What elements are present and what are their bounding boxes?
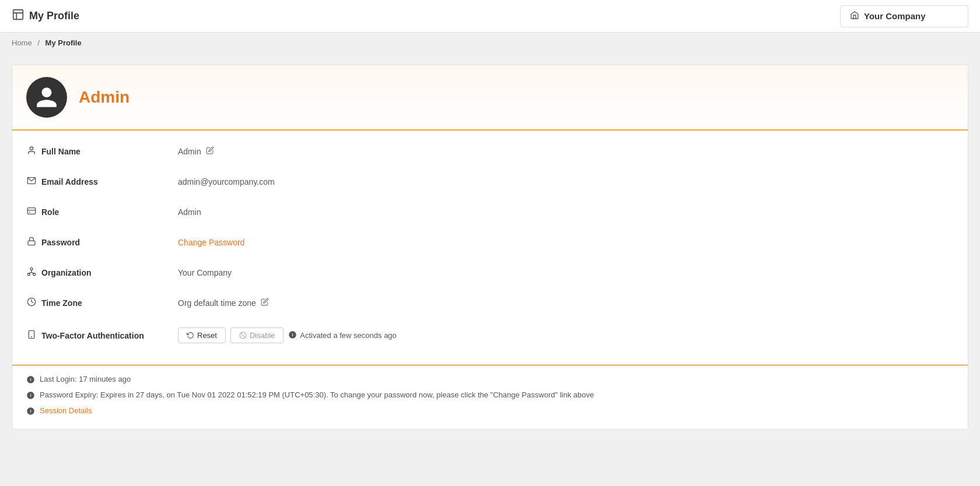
company-widget[interactable]: Your Company [840, 5, 968, 27]
svg-text:i: i [30, 393, 31, 398]
timezone-label: Time Zone [26, 297, 178, 308]
profile-fields: Full Name Admin [12, 131, 968, 365]
change-password-link[interactable]: Change Password [178, 238, 244, 247]
field-row-password: Password Change Password [26, 227, 954, 258]
company-name: Your Company [864, 11, 926, 21]
main-content: Admin Full Name Admin [0, 53, 980, 441]
org-icon [26, 267, 37, 278]
field-row-fullname: Full Name Admin [26, 136, 954, 167]
svg-line-19 [241, 333, 246, 338]
svg-text:i: i [292, 332, 293, 337]
email-label: Email Address [26, 176, 178, 187]
svg-rect-5 [27, 208, 35, 214]
password-label: Password [26, 237, 178, 248]
page-title: My Profile [29, 10, 79, 22]
footer-last-login: i Last Login: 17 minutes ago [26, 375, 954, 386]
svg-rect-8 [28, 241, 35, 245]
breadcrumb: Home / My Profile [0, 33, 980, 53]
user-icon [26, 146, 37, 157]
footer-password-expiry: i Password Expiry: Expires in 27 days, o… [26, 390, 954, 402]
svg-point-3 [30, 147, 33, 150]
page-icon [12, 8, 24, 24]
profile-footer: i Last Login: 17 minutes ago i Password … [12, 365, 968, 429]
svg-text:i: i [30, 408, 31, 414]
session-details-link[interactable]: Session Details [40, 406, 92, 415]
email-icon [26, 176, 37, 187]
home-icon [850, 10, 859, 22]
field-row-tfa: Two-Factor Authentication Reset [26, 318, 954, 353]
svg-line-14 [32, 272, 34, 273]
email-value: admin@yourcompany.com [178, 177, 954, 186]
session-info-icon: i [26, 407, 35, 417]
tfa-disable-button[interactable]: Disable [230, 327, 284, 343]
field-row-timezone: Time Zone Org default time zone [26, 288, 954, 318]
page-title-area: My Profile [12, 8, 79, 24]
password-expiry-info-icon: i [26, 391, 35, 402]
breadcrumb-current: My Profile [46, 38, 82, 47]
field-row-org: Organization Your Company [26, 258, 954, 288]
profile-card: Admin Full Name Admin [12, 65, 968, 429]
role-value: Admin [178, 207, 954, 217]
breadcrumb-home[interactable]: Home [12, 38, 32, 47]
org-value: Your Company [178, 268, 954, 277]
tfa-info-icon: i [288, 330, 297, 341]
svg-text:i: i [30, 377, 31, 382]
footer-session-details: i Session Details [26, 406, 954, 417]
last-login-info-icon: i [26, 375, 35, 386]
tfa-buttons: Reset Disable i [178, 327, 397, 343]
svg-line-13 [29, 272, 32, 273]
top-bar: My Profile Your Company [0, 0, 980, 33]
breadcrumb-separator: / [37, 38, 40, 47]
avatar [26, 77, 67, 118]
org-label: Organization [26, 267, 178, 278]
tfa-label: Two-Factor Authentication [26, 330, 178, 341]
timezone-value: Org default time zone [178, 298, 954, 308]
svg-rect-0 [13, 10, 23, 20]
role-icon [26, 206, 37, 217]
tfa-status: i Activated a few seconds ago [288, 330, 397, 341]
profile-name: Admin [79, 88, 954, 107]
role-label: Role [26, 206, 178, 217]
fullname-value: Admin [178, 146, 954, 156]
tfa-reset-button[interactable]: Reset [178, 327, 226, 343]
password-value: Change Password [178, 238, 954, 247]
fullname-edit-icon[interactable] [206, 146, 214, 156]
tfa-icon [26, 330, 37, 341]
profile-header: Admin [12, 65, 968, 131]
field-row-email: Email Address admin@yourcompany.com [26, 167, 954, 197]
fullname-label: Full Name [26, 146, 178, 157]
tfa-value: Reset Disable i [178, 327, 954, 343]
lock-icon [26, 237, 37, 248]
timezone-edit-icon[interactable] [261, 298, 269, 308]
field-row-role: Role Admin [26, 197, 954, 227]
clock-icon [26, 297, 37, 308]
